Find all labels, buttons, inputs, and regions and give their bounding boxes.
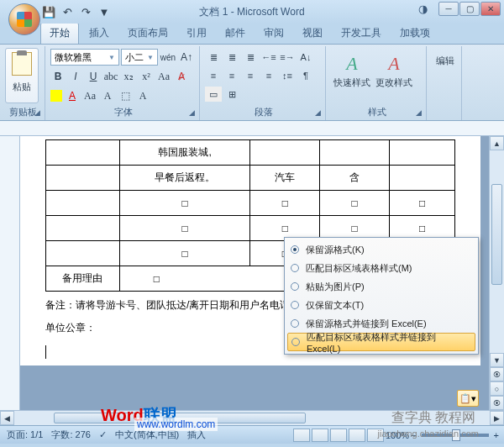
enclose-char-button[interactable]: A xyxy=(100,90,115,103)
paragraph-expand-icon[interactable]: ◢ xyxy=(312,108,323,118)
tab-layout[interactable]: 页面布局 xyxy=(119,23,176,44)
watermark-right: 查字典 教程网 xyxy=(391,409,475,427)
tab-addins[interactable]: 加载项 xyxy=(391,23,438,44)
paste-options-icon[interactable]: 📋▾ xyxy=(457,390,479,407)
char-border-button[interactable]: ⬚ xyxy=(118,90,133,103)
table-row: 早餐后返程。汽车含 xyxy=(46,166,455,191)
bold-button[interactable]: B xyxy=(50,71,66,83)
watermark-right-sub: jiaocheng.chazidian.com xyxy=(378,429,479,439)
redo-icon[interactable]: ↷ xyxy=(79,5,92,18)
view-print-icon[interactable] xyxy=(293,429,310,442)
grow-font-icon[interactable]: A↑ xyxy=(178,49,195,66)
text-cursor xyxy=(45,345,46,359)
menu-item-text-only[interactable]: 仅保留文本(T) xyxy=(287,296,475,314)
font-color-button[interactable]: A xyxy=(65,90,80,103)
borders-icon[interactable]: ⊞ xyxy=(223,87,240,102)
scroll-thumb[interactable] xyxy=(491,184,502,285)
chinese-phonetic-icon[interactable]: wén xyxy=(160,49,176,66)
group-label-paragraph: 段落 xyxy=(202,106,325,118)
quick-styles-button[interactable]: A 快速样式 xyxy=(331,50,373,102)
menu-item-match-style[interactable]: 匹配目标区域表格样式(M) xyxy=(287,259,475,277)
close-button[interactable]: ✕ xyxy=(480,2,501,16)
group-editing: 编辑 xyxy=(428,46,462,120)
sort-icon[interactable]: A↓ xyxy=(297,50,314,65)
show-marks-icon[interactable]: ¶ xyxy=(297,68,314,83)
zoom-in-icon[interactable]: + xyxy=(494,430,499,440)
inc-indent-icon[interactable]: ≡→ xyxy=(279,50,296,65)
justify-icon[interactable]: ≡ xyxy=(260,68,277,83)
menu-item-keep-source[interactable]: 保留源格式(K) xyxy=(287,240,475,259)
scroll-up-icon[interactable]: ▲ xyxy=(490,136,504,150)
paste-button[interactable]: 粘贴 xyxy=(5,48,39,103)
radio-icon xyxy=(291,264,299,272)
chevron-down-icon: ▼ xyxy=(108,54,115,61)
group-label-font: 字体 xyxy=(47,106,199,118)
view-fullscreen-icon[interactable] xyxy=(312,429,328,442)
underline-button[interactable]: U xyxy=(86,71,101,83)
undo-icon[interactable]: ↶ xyxy=(60,5,74,18)
dec-indent-icon[interactable]: ←≡ xyxy=(260,50,277,65)
prev-page-icon[interactable]: ⦿ xyxy=(490,367,504,381)
styles-expand-icon[interactable]: ◢ xyxy=(413,108,423,118)
view-outline-icon[interactable] xyxy=(349,429,365,442)
browse-icon[interactable]: ○ xyxy=(490,381,504,396)
font-name-select[interactable]: 微软雅黑▼ xyxy=(50,49,119,66)
clipboard-expand-icon[interactable]: ◢ xyxy=(32,108,42,118)
font-size-select[interactable]: 小二▼ xyxy=(121,49,158,66)
tab-developer[interactable]: 开发工具 xyxy=(333,23,390,44)
qat-dropdown-icon[interactable]: ▼ xyxy=(97,5,111,18)
multilevel-icon[interactable]: ≣ xyxy=(242,50,259,65)
scroll-down-icon[interactable]: ▼ xyxy=(490,353,504,367)
status-spell-icon[interactable]: ✓ xyxy=(99,429,107,440)
line-spacing-icon[interactable]: ↕≡ xyxy=(279,68,296,83)
clear-format-icon[interactable]: A̷ xyxy=(174,71,189,83)
align-right-icon[interactable]: ≡ xyxy=(242,68,259,83)
maximize-button[interactable]: ▢ xyxy=(459,2,480,16)
scroll-left-icon[interactable]: ◀ xyxy=(0,411,14,425)
view-web-icon[interactable] xyxy=(330,429,347,442)
italic-button[interactable]: I xyxy=(68,71,83,83)
status-words[interactable]: 字数: 276 xyxy=(51,429,90,441)
shading-icon[interactable]: ▭ xyxy=(205,87,222,102)
text-effects-button[interactable]: A xyxy=(135,90,150,103)
group-label-styles: 样式 xyxy=(328,106,426,118)
align-left-icon[interactable]: ≡ xyxy=(205,68,222,83)
tab-view[interactable]: 视图 xyxy=(294,23,331,44)
ribbon-tabs: 开始 插入 页面布局 引用 邮件 审阅 视图 开发工具 加载项 xyxy=(0,24,504,44)
change-case-button[interactable]: Aa xyxy=(156,71,171,83)
tab-mailings[interactable]: 邮件 xyxy=(217,23,254,44)
tab-insert[interactable]: 插入 xyxy=(81,23,118,44)
next-page-icon[interactable]: ⦿ xyxy=(490,396,504,410)
menu-item-match-link-excel[interactable]: 匹配目标区域表格样式并链接到 Excel(L) xyxy=(287,333,475,351)
strike-button[interactable]: abc xyxy=(103,71,118,83)
help-icon[interactable]: ◑ xyxy=(412,2,433,16)
subscript-button[interactable]: x₂ xyxy=(121,71,136,83)
bullets-icon[interactable]: ≣ xyxy=(205,50,222,65)
edit-dropdown[interactable]: 编辑 xyxy=(432,55,458,67)
vertical-scrollbar[interactable]: ▲ ▼ ⦿ ○ ⦿ xyxy=(489,136,504,410)
align-center-icon[interactable]: ≡ xyxy=(223,68,240,83)
horizontal-ruler[interactable] xyxy=(0,121,504,136)
status-page[interactable]: 页面: 1/1 xyxy=(7,429,43,441)
tab-home[interactable]: 开始 xyxy=(40,22,79,44)
char-shading-button[interactable]: Aa xyxy=(82,90,97,103)
numbering-icon[interactable]: ≣ xyxy=(223,50,240,65)
save-icon[interactable]: 💾 xyxy=(42,5,55,18)
paste-label: 粘贴 xyxy=(13,81,31,93)
superscript-button[interactable]: x² xyxy=(139,71,154,83)
radio-icon xyxy=(291,245,299,254)
highlight-button[interactable] xyxy=(50,90,62,102)
menu-item-paste-picture[interactable]: 粘贴为图片(P) xyxy=(287,277,475,296)
scroll-right-icon[interactable]: ▶ xyxy=(490,411,504,425)
quick-access-toolbar: 💾 ↶ ↷ ▼ xyxy=(42,0,111,24)
office-button[interactable] xyxy=(8,3,40,35)
tab-review[interactable]: 审阅 xyxy=(255,23,292,44)
scroll-track[interactable] xyxy=(490,150,504,353)
change-styles-button[interactable]: A 更改样式 xyxy=(373,50,415,102)
group-styles: A 快速样式 A 更改样式 样式 ◢ xyxy=(328,46,427,120)
tab-references[interactable]: 引用 xyxy=(178,23,215,44)
watermark-link: www.wordlm.com xyxy=(134,418,218,431)
vertical-ruler[interactable] xyxy=(0,136,20,410)
minimize-button[interactable]: ─ xyxy=(438,2,459,16)
font-expand-icon[interactable]: ◢ xyxy=(186,108,197,118)
